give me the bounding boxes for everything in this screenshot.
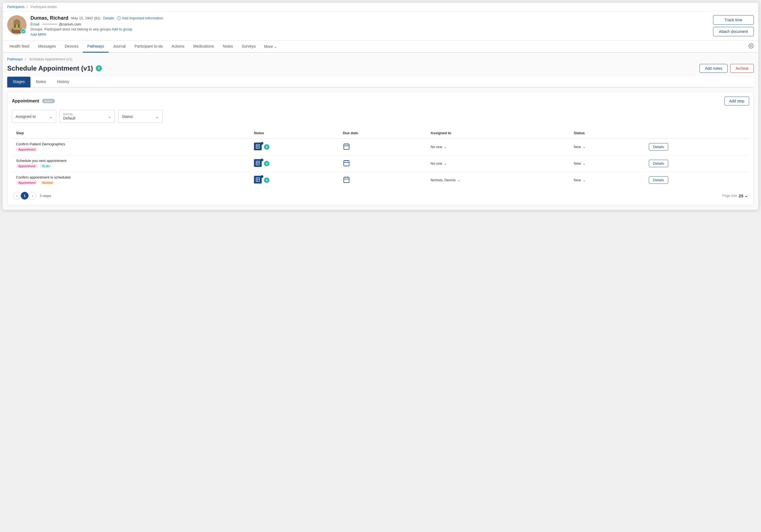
sub-tab-history[interactable]: History — [51, 77, 75, 87]
settings-gear-icon[interactable] — [746, 41, 756, 52]
assigned-to-cell: No one ⌄ — [427, 139, 570, 155]
archive-button[interactable]: Archive — [730, 64, 754, 73]
calendar-icon[interactable] — [343, 159, 423, 168]
tab-pathways[interactable]: Pathways — [83, 41, 109, 53]
tab-journal[interactable]: Journal — [109, 41, 130, 53]
svg-rect-10 — [344, 144, 349, 149]
page-title: Schedule Appointment (v1) — [7, 65, 93, 72]
status-chevron-icon: ⌄ — [156, 114, 159, 119]
notes-count-badge: 0 — [264, 144, 269, 150]
status-cell: New ⌄ — [570, 139, 645, 155]
sub-tab-stages[interactable]: Stages — [7, 77, 30, 87]
calendar-icon[interactable] — [343, 176, 423, 184]
due-date-cell[interactable] — [339, 139, 427, 155]
tab-actions[interactable]: Actions — [167, 41, 189, 53]
table-row: Schedule you next appointment Appointmen… — [12, 155, 749, 172]
add-notes-button[interactable]: Add notes — [700, 64, 728, 73]
page-1-button[interactable]: 1 — [21, 192, 29, 199]
sub-breadcrumb: Pathways / Schedule Appointment (v1) — [7, 57, 754, 61]
step-name-cell: Confirm Patient Demographics Appointment — [12, 139, 250, 155]
tab-devices[interactable]: Devices — [60, 41, 83, 53]
assigned-chevron-icon[interactable]: ⌄ — [444, 161, 447, 166]
tab-messages[interactable]: Messages — [34, 41, 60, 53]
next-page-button[interactable]: › — [29, 192, 36, 199]
assigned-to-filter[interactable]: Assigned to ⌄ — [12, 110, 56, 123]
sort-by-filter[interactable]: Sort by Default ⌄ — [60, 110, 115, 123]
sort-by-filter-value: Default — [63, 116, 75, 120]
assigned-chevron-icon[interactable]: ⌄ — [444, 145, 447, 149]
steps-count: 3 steps — [39, 194, 51, 198]
tab-health-feed[interactable]: Health feed — [5, 41, 34, 53]
notes-cell: 0 — [250, 172, 339, 188]
breadcrumb: Participants / Participant details — [3, 3, 758, 11]
col-notes: Notes — [250, 128, 339, 139]
due-date-cell[interactable] — [339, 172, 427, 188]
svg-rect-26 — [344, 177, 349, 183]
sub-breadcrumb-pathways[interactable]: Pathways — [7, 57, 23, 61]
tab-notes[interactable]: Notes — [218, 41, 237, 53]
page-size-wrap: Page size 25 ⌄ — [723, 193, 748, 198]
patient-header: Dumas, Richard May 15, 1942 (81) Details… — [3, 11, 758, 41]
notes-count-badge: 0 — [264, 161, 269, 166]
assigned-to-cell: No one ⌄ — [427, 155, 570, 172]
breadcrumb-participants[interactable]: Participants — [7, 5, 25, 9]
table-row: Confirm appointment is scheduled Appoint… — [12, 172, 749, 188]
col-step: Step — [12, 128, 250, 139]
due-date-cell[interactable] — [339, 155, 427, 172]
tab-more[interactable]: More ⌄ — [261, 41, 281, 52]
sub-tab-notes[interactable]: Notes — [30, 77, 52, 87]
col-actions — [645, 128, 749, 139]
assigned-to-chevron-icon: ⌄ — [49, 114, 53, 119]
patient-dob: May 15, 1942 (81) — [71, 16, 100, 20]
page-size-chevron-icon: ⌄ — [744, 193, 748, 198]
details-button[interactable]: Details — [649, 176, 668, 184]
status-chevron-icon[interactable]: ⌄ — [583, 161, 586, 166]
sort-by-chevron-icon: ⌄ — [108, 114, 111, 119]
stage-header: Appointment Active Add step — [12, 97, 749, 105]
page-size-select[interactable]: 25 ⌄ — [738, 193, 748, 198]
add-step-button[interactable]: Add step — [725, 97, 749, 105]
add-important-info-link[interactable]: i Add important information — [117, 16, 163, 20]
notes-icon — [254, 176, 263, 185]
attach-document-button[interactable]: Attach document — [713, 27, 754, 36]
status-chevron-icon[interactable]: ⌄ — [583, 145, 586, 149]
notes-icon — [254, 159, 263, 168]
tab-surveys[interactable]: Surveys — [237, 41, 260, 53]
patient-name: Dumas, Richard — [30, 15, 68, 21]
patient-info: Dumas, Richard May 15, 1942 (81) Details… — [30, 15, 713, 36]
svg-rect-18 — [344, 161, 349, 166]
details-button[interactable]: Details — [649, 160, 668, 167]
tag-worklist: Worklist — [39, 181, 55, 185]
details-cell: Details — [645, 155, 749, 172]
status-filter[interactable]: Status ⌄ — [118, 110, 162, 123]
prev-page-button[interactable]: ‹ — [13, 192, 21, 199]
details-button[interactable]: Details — [649, 143, 668, 151]
pathway-count-badge: 0 — [96, 65, 102, 72]
tag-todo: To-do — [39, 164, 52, 168]
table-header-row: Step Notes Due date Assigned to Status — [12, 128, 749, 139]
patient-actions: Track time Attach document — [713, 15, 754, 36]
tab-participant-todo[interactable]: Participant to-do — [130, 41, 167, 53]
assigned-chevron-icon[interactable]: ⌄ — [457, 178, 460, 182]
calendar-icon[interactable] — [343, 143, 423, 151]
step-name-cell: Schedule you next appointment Appointmen… — [12, 155, 250, 172]
status-chevron-icon[interactable]: ⌄ — [583, 178, 586, 182]
chevron-down-icon: ⌄ — [274, 44, 277, 49]
tab-medications[interactable]: Medications — [189, 41, 218, 53]
steps-table: Step Notes Due date Assigned to Status C… — [12, 127, 749, 188]
table-row: Confirm Patient Demographics Appointment — [12, 139, 749, 155]
add-mrn-link[interactable]: Add MRN — [30, 32, 46, 36]
page-title-row: Schedule Appointment (v1) 0 Add notes Ar… — [7, 64, 754, 73]
patient-details-link[interactable]: Details — [103, 16, 114, 20]
add-to-group-link[interactable]: Add to group — [112, 27, 132, 31]
details-cell: Details — [645, 172, 749, 188]
svg-point-5 — [750, 45, 752, 47]
info-icon: i — [117, 16, 121, 20]
track-time-button[interactable]: Track time — [713, 15, 754, 25]
col-status: Status — [570, 128, 645, 139]
pagination-row: ‹ 1 › 3 steps Page size 25 ⌄ — [12, 188, 749, 201]
filters-row: Assigned to ⌄ Sort by Default ⌄ Status ⌄ — [12, 110, 749, 123]
col-assigned-to: Assigned to — [427, 128, 570, 139]
verified-badge — [21, 28, 26, 34]
details-cell: Details — [645, 139, 749, 155]
